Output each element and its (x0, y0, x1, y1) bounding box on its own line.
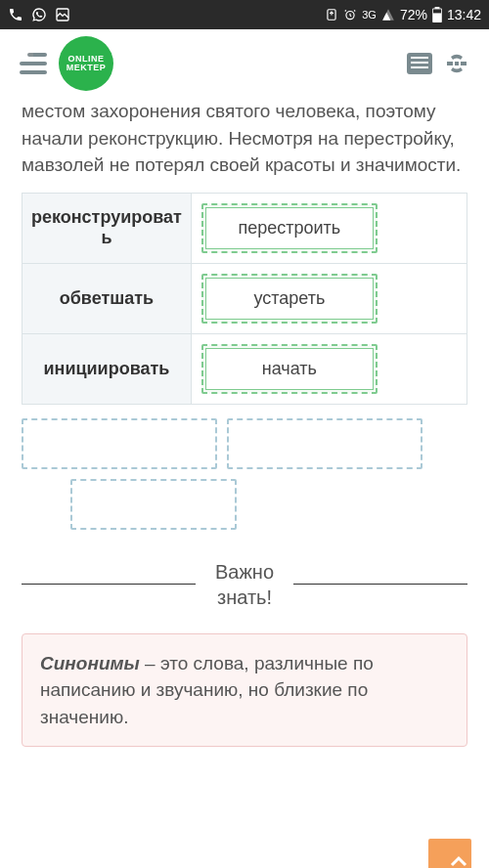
divider-line (22, 584, 196, 585)
section-divider: Важно знать! (22, 559, 467, 610)
empty-slot[interactable] (227, 418, 422, 469)
term-cell: обветшать (22, 263, 192, 333)
table-row: реконструировать перестроить (22, 193, 467, 263)
matching-table: реконструировать перестроить обветшать у… (22, 193, 467, 405)
signal-icon (381, 8, 395, 22)
battery-icon (432, 7, 442, 22)
drop-slot[interactable]: устареть (201, 274, 378, 324)
menu-button[interactable] (20, 53, 47, 74)
language-button[interactable] (444, 51, 469, 76)
divider-line (293, 584, 467, 585)
update-icon (325, 8, 338, 22)
logo-text-2: MEKTEP (67, 64, 107, 72)
empty-slot[interactable] (22, 418, 217, 469)
answer-tile[interactable]: устареть (205, 278, 374, 320)
drop-slot[interactable]: начать (201, 344, 378, 394)
empty-slot[interactable] (70, 479, 237, 530)
source-tiles-area (22, 418, 467, 530)
phone-icon (8, 7, 23, 22)
logo[interactable]: ONLINE MEKTEP (59, 36, 113, 91)
clock-time: 13:42 (447, 7, 481, 22)
term-cell: инициировать (22, 333, 192, 404)
table-row: обветшать устареть (22, 263, 467, 333)
info-box: Синонимы – это слова, различные по напис… (22, 633, 467, 748)
lesson-content: местом захоронения святого человека, поэ… (0, 98, 489, 747)
divider-title: Важно знать! (215, 559, 274, 610)
svg-rect-4 (435, 7, 440, 9)
svg-rect-7 (461, 62, 467, 65)
image-icon (55, 7, 70, 22)
list-view-button[interactable] (407, 53, 432, 74)
scroll-to-top-button[interactable] (428, 839, 471, 868)
paragraph-text: местом захоронения святого человека, поэ… (22, 98, 467, 179)
drop-slot[interactable]: перестроить (201, 203, 378, 253)
term-cell: реконструировать (22, 193, 192, 263)
svg-rect-5 (433, 9, 441, 13)
answer-tile[interactable]: начать (205, 348, 374, 390)
answer-tile[interactable]: перестроить (205, 207, 374, 249)
table-row: инициировать начать (22, 333, 467, 404)
svg-rect-6 (447, 62, 453, 65)
alarm-icon (343, 8, 357, 22)
app-header: ONLINE MEKTEP (0, 29, 489, 98)
battery-percent: 72% (400, 7, 427, 22)
network-type: 3G (362, 10, 377, 21)
svg-rect-8 (455, 62, 459, 65)
android-status-bar: 3G 72% 13:42 (0, 0, 489, 29)
info-term: Синонимы (40, 653, 140, 673)
whatsapp-icon (31, 7, 47, 22)
